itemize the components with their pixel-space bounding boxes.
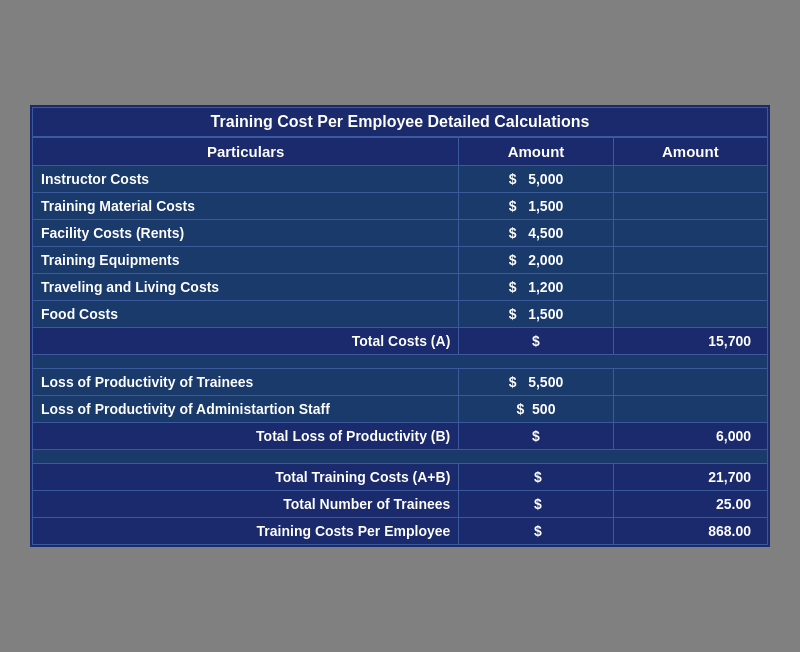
row-total-amount <box>613 301 767 328</box>
currency-symbol: $ <box>517 401 533 417</box>
summary-currency-1: $ <box>459 464 613 491</box>
summary-row-2: Total Number of Trainees $ 25.00 <box>33 491 768 518</box>
section2-total-currency: $ <box>459 423 613 450</box>
amount-value: 500 <box>532 401 555 417</box>
row-label: Training Equipments <box>33 247 459 274</box>
table-row: Instructor Costs $ 5,000 <box>33 166 768 193</box>
row-total-amount <box>613 220 767 247</box>
table-title: Training Cost Per Employee Detailed Calc… <box>33 108 768 138</box>
header-row: Particulars Amount Amount <box>33 137 768 166</box>
table-row: Loss of Productivity of Administartion S… <box>33 396 768 423</box>
summary-value-2: 25.00 <box>613 491 767 518</box>
table-row: Training Equipments $ 2,000 <box>33 247 768 274</box>
amount-value: 4,500 <box>528 225 563 241</box>
row-total-amount <box>613 396 767 423</box>
table-row: Loss of Productivity of Trainees $ 5,500 <box>33 369 768 396</box>
header-amount2: Amount <box>613 137 767 166</box>
currency-symbol: $ <box>509 279 528 295</box>
title-row: Training Cost Per Employee Detailed Calc… <box>33 108 768 138</box>
cost-table: Training Cost Per Employee Detailed Calc… <box>32 107 768 545</box>
section2-total-value: 6,000 <box>613 423 767 450</box>
summary-label-2: Total Number of Trainees <box>33 491 459 518</box>
table-row: Facility Costs (Rents) $ 4,500 <box>33 220 768 247</box>
summary-row-3: Training Costs Per Employee $ 868.00 <box>33 518 768 545</box>
row-total-amount <box>613 166 767 193</box>
header-amount1: Amount <box>459 137 613 166</box>
row-label: Loss of Productivity of Administartion S… <box>33 396 459 423</box>
row-label: Loss of Productivity of Trainees <box>33 369 459 396</box>
row-label: Food Costs <box>33 301 459 328</box>
amount-value: 2,000 <box>528 252 563 268</box>
summary-label-3: Training Costs Per Employee <box>33 518 459 545</box>
row-label: Traveling and Living Costs <box>33 274 459 301</box>
amount-value: 1,200 <box>528 279 563 295</box>
row-total-amount <box>613 369 767 396</box>
table-row: Training Material Costs $ 1,500 <box>33 193 768 220</box>
row-label: Instructor Costs <box>33 166 459 193</box>
row-amount: $ 1,200 <box>459 274 613 301</box>
section1-total-label: Total Costs (A) <box>33 328 459 355</box>
currency-symbol: $ <box>509 306 528 322</box>
row-amount: $ 5,000 <box>459 166 613 193</box>
section1-total-value: 15,700 <box>613 328 767 355</box>
summary-value-1: 21,700 <box>613 464 767 491</box>
section2-total-row: Total Loss of Productivity (B) $ 6,000 <box>33 423 768 450</box>
spacer-cell <box>33 355 768 369</box>
row-amount: $ 2,000 <box>459 247 613 274</box>
row-amount: $ 1,500 <box>459 193 613 220</box>
row-label: Training Material Costs <box>33 193 459 220</box>
row-label: Facility Costs (Rents) <box>33 220 459 247</box>
section2-total-label: Total Loss of Productivity (B) <box>33 423 459 450</box>
row-amount: $ 1,500 <box>459 301 613 328</box>
summary-currency-3: $ <box>459 518 613 545</box>
row-amount: $ 4,500 <box>459 220 613 247</box>
row-amount: $ 5,500 <box>459 369 613 396</box>
summary-value-3: 868.00 <box>613 518 767 545</box>
currency-symbol: $ <box>509 198 528 214</box>
currency-symbol: $ <box>509 171 528 187</box>
section1-total-currency: $ <box>459 328 613 355</box>
amount-value: 5,000 <box>528 171 563 187</box>
currency-symbol: $ <box>509 252 528 268</box>
row-total-amount <box>613 247 767 274</box>
row-total-amount <box>613 193 767 220</box>
table-row: Traveling and Living Costs $ 1,200 <box>33 274 768 301</box>
header-particulars: Particulars <box>33 137 459 166</box>
summary-row-1: Total Training Costs (A+B) $ 21,700 <box>33 464 768 491</box>
spacer-cell <box>33 450 768 464</box>
currency-symbol: $ <box>509 225 528 241</box>
spacer-row-1 <box>33 355 768 369</box>
section1-total-row: Total Costs (A) $ 15,700 <box>33 328 768 355</box>
main-container: Training Cost Per Employee Detailed Calc… <box>30 105 770 547</box>
spacer-row-2 <box>33 450 768 464</box>
summary-currency-2: $ <box>459 491 613 518</box>
table-row: Food Costs $ 1,500 <box>33 301 768 328</box>
summary-label-1: Total Training Costs (A+B) <box>33 464 459 491</box>
row-total-amount <box>613 274 767 301</box>
amount-value: 5,500 <box>528 374 563 390</box>
amount-value: 1,500 <box>528 198 563 214</box>
amount-value: 1,500 <box>528 306 563 322</box>
row-amount: $ 500 <box>459 396 613 423</box>
currency-symbol: $ <box>509 374 528 390</box>
